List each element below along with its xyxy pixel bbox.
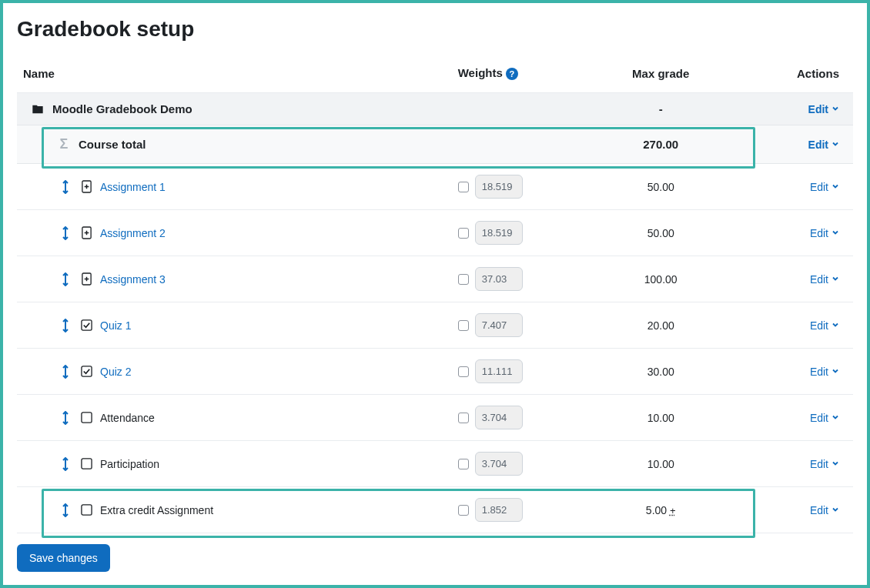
- grade-item-row: Assignment 3100.00Edit: [17, 256, 853, 302]
- assignment-icon: [80, 227, 92, 239]
- weight-override-checkbox[interactable]: [458, 320, 469, 331]
- grade-item-row: Assignment 150.00Edit: [17, 164, 853, 210]
- weight-input[interactable]: [475, 452, 523, 476]
- chevron-down-icon: [832, 321, 839, 330]
- col-weights-label: Weights: [458, 66, 503, 79]
- svg-rect-3: [81, 320, 91, 330]
- max-grade-value: 30.00: [577, 349, 745, 395]
- weight-input[interactable]: [475, 359, 523, 383]
- gradebook-table: Name Weights? Max grade Actions Moodle G…: [17, 55, 853, 533]
- weight-input[interactable]: [475, 267, 523, 291]
- grade-item-link[interactable]: Assignment 3: [100, 273, 166, 286]
- grade-item-link[interactable]: Assignment 2: [100, 227, 166, 239]
- max-grade-value: 50.00: [577, 164, 745, 210]
- grade-item-link[interactable]: Assignment 1: [100, 181, 166, 193]
- move-handle-icon[interactable]: [62, 319, 72, 332]
- chevron-down-icon: [832, 105, 839, 114]
- quiz-icon: [80, 366, 92, 378]
- move-handle-icon[interactable]: [62, 457, 72, 471]
- move-handle-icon[interactable]: [62, 365, 72, 379]
- grade-item-row: Extra credit Assignment5.00 +Edit: [17, 487, 853, 533]
- grade-item-name: Extra credit Assignment: [100, 504, 213, 516]
- move-handle-icon[interactable]: [62, 226, 72, 240]
- edit-category-menu[interactable]: Edit: [808, 103, 839, 115]
- manual-icon: [80, 504, 92, 516]
- weight-input[interactable]: [475, 406, 523, 429]
- weight-override-checkbox[interactable]: [458, 459, 469, 469]
- assignment-icon: [80, 181, 92, 193]
- max-grade-value: 100.00: [577, 256, 745, 302]
- extra-credit-indicator: +: [670, 505, 676, 516]
- svg-rect-6: [81, 459, 91, 469]
- edit-item-menu[interactable]: Edit: [810, 227, 839, 239]
- chevron-down-icon: [832, 367, 839, 376]
- move-handle-icon[interactable]: [62, 411, 72, 425]
- max-grade-value: 50.00: [577, 210, 745, 256]
- edit-item-menu[interactable]: Edit: [810, 319, 839, 332]
- weight-override-checkbox[interactable]: [458, 274, 469, 285]
- save-changes-button[interactable]: Save changes: [17, 544, 110, 572]
- course-total-label: Course total: [79, 138, 146, 151]
- edit-item-menu[interactable]: Edit: [810, 273, 839, 286]
- grade-item-row: Quiz 230.00Edit: [17, 349, 853, 395]
- chevron-down-icon: [832, 140, 839, 149]
- category-row: Moodle Gradebook Demo-Edit: [17, 93, 853, 125]
- weight-override-checkbox[interactable]: [458, 505, 469, 516]
- page-title: Gradebook setup: [17, 17, 853, 42]
- course-total-value: 270.00: [577, 125, 745, 164]
- col-actions-header: Actions: [745, 55, 853, 93]
- edit-item-menu[interactable]: Edit: [810, 366, 839, 378]
- chevron-down-icon: [832, 275, 839, 284]
- weight-override-checkbox[interactable]: [458, 413, 469, 423]
- edit-item-menu[interactable]: Edit: [810, 458, 839, 470]
- move-handle-icon[interactable]: [62, 180, 72, 194]
- weight-override-checkbox[interactable]: [458, 182, 469, 192]
- max-grade-value: 10.00: [577, 441, 745, 487]
- weight-input[interactable]: [475, 221, 523, 245]
- move-handle-icon[interactable]: [62, 503, 72, 517]
- category-name: Moodle Gradebook Demo: [52, 102, 192, 115]
- quiz-icon: [80, 319, 92, 332]
- move-handle-icon[interactable]: [62, 272, 72, 286]
- svg-rect-7: [81, 505, 91, 515]
- assignment-icon: [80, 273, 92, 286]
- course-total-row: ΣCourse total270.00Edit: [17, 125, 853, 164]
- col-name-header: Name: [17, 55, 452, 93]
- edit-item-menu[interactable]: Edit: [810, 181, 839, 193]
- chevron-down-icon: [832, 182, 839, 192]
- grade-item-name: Participation: [100, 458, 159, 470]
- col-weights-header: Weights?: [452, 55, 577, 93]
- weight-input[interactable]: [475, 498, 523, 522]
- max-grade-value: 5.00 +: [577, 487, 745, 533]
- grade-item-row: Assignment 250.00Edit: [17, 210, 853, 256]
- grade-item-row: Quiz 120.00Edit: [17, 302, 853, 349]
- col-max-header: Max grade: [577, 55, 745, 93]
- app-frame: Gradebook setup Name Weights? Max grade …: [0, 0, 870, 588]
- max-grade-value: 10.00: [577, 395, 745, 441]
- chevron-down-icon: [832, 459, 839, 469]
- weight-override-checkbox[interactable]: [458, 228, 469, 239]
- grade-item-link[interactable]: Quiz 2: [100, 366, 131, 378]
- chevron-down-icon: [832, 413, 839, 423]
- manual-icon: [80, 412, 92, 424]
- svg-rect-5: [81, 413, 91, 423]
- manual-icon: [80, 458, 92, 470]
- grade-item-row: Participation10.00Edit: [17, 441, 853, 487]
- folder-icon: [31, 103, 45, 115]
- sigma-icon: Σ: [57, 136, 71, 152]
- max-grade-value: 20.00: [577, 302, 745, 349]
- edit-item-menu[interactable]: Edit: [810, 412, 839, 424]
- chevron-down-icon: [832, 506, 839, 515]
- weight-input[interactable]: [475, 175, 523, 199]
- weight-input[interactable]: [475, 313, 523, 337]
- table-header-row: Name Weights? Max grade Actions: [17, 55, 853, 93]
- edit-course-total-menu[interactable]: Edit: [808, 139, 839, 151]
- grade-item-link[interactable]: Quiz 1: [100, 319, 131, 332]
- category-max: -: [577, 93, 745, 125]
- svg-rect-4: [81, 366, 91, 376]
- weight-override-checkbox[interactable]: [458, 366, 469, 377]
- help-icon[interactable]: ?: [506, 68, 518, 80]
- chevron-down-icon: [832, 229, 839, 238]
- edit-item-menu[interactable]: Edit: [810, 504, 839, 516]
- grade-item-row: Attendance10.00Edit: [17, 395, 853, 441]
